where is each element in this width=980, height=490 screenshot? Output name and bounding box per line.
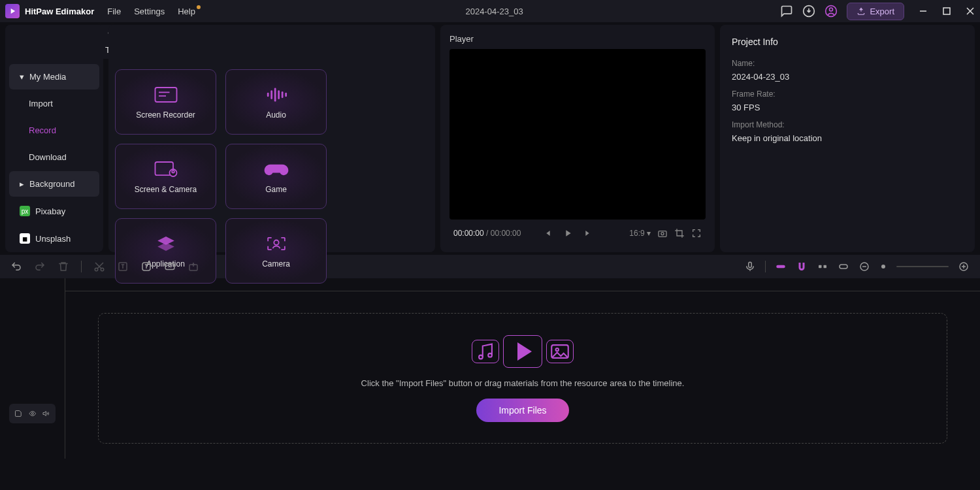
app-name: HitPaw Edimakor bbox=[25, 7, 94, 16]
zoom-slider[interactable] bbox=[896, 266, 949, 267]
timeline-track-head bbox=[0, 278, 65, 459]
export-button[interactable]: Export bbox=[847, 3, 904, 20]
crop-icon[interactable] bbox=[674, 228, 685, 238]
magnet-icon[interactable] bbox=[796, 261, 808, 272]
application-icon bbox=[152, 233, 180, 254]
menu-settings[interactable]: Settings bbox=[134, 7, 165, 16]
sidebar-unsplash[interactable]: ◼Unsplash bbox=[9, 225, 99, 252]
svg-rect-41 bbox=[824, 265, 827, 269]
record-grid: Screen Recorder Audio Screen & Camera Ga… bbox=[108, 25, 435, 252]
svg-point-49 bbox=[31, 413, 33, 415]
player-title: Player bbox=[449, 34, 706, 44]
cut-icon[interactable] bbox=[93, 261, 105, 272]
info-import-value: Keep in original location bbox=[732, 133, 963, 143]
sidebar-background[interactable]: ▸Background bbox=[9, 171, 99, 197]
import-files-button[interactable]: Import Files bbox=[476, 399, 568, 422]
feedback-icon[interactable] bbox=[780, 5, 793, 18]
ai-icon[interactable]: AI bbox=[164, 261, 176, 272]
sidebar-pixabay[interactable]: pxPixabay bbox=[9, 198, 99, 224]
card-game[interactable]: Game bbox=[225, 144, 327, 209]
fit-icon[interactable] bbox=[838, 261, 849, 272]
download-icon[interactable] bbox=[802, 5, 815, 18]
zoom-in-icon[interactable] bbox=[958, 261, 970, 272]
undo-icon[interactable] bbox=[10, 261, 22, 272]
svg-point-45 bbox=[881, 265, 885, 269]
delete-icon[interactable] bbox=[57, 261, 69, 272]
mute-icon[interactable] bbox=[42, 409, 50, 418]
card-application[interactable]: Application bbox=[115, 218, 216, 284]
svg-rect-16 bbox=[155, 88, 176, 102]
info-name-value: 2024-04-23_03 bbox=[732, 72, 963, 82]
next-frame-icon[interactable] bbox=[582, 228, 593, 238]
screen-recorder-icon bbox=[152, 84, 180, 105]
sidebar-record[interactable]: Record bbox=[9, 118, 99, 143]
export-label: Export bbox=[870, 7, 894, 16]
svg-rect-4 bbox=[943, 8, 950, 14]
timeline: Click the "Import Files" button or drag … bbox=[0, 278, 980, 459]
titlebar: HitPaw Edimakor File Settings Help 2024-… bbox=[0, 0, 980, 22]
card-audio[interactable]: Audio bbox=[225, 69, 327, 135]
svg-rect-40 bbox=[819, 265, 822, 269]
separator bbox=[765, 261, 766, 272]
zoom-reset-icon[interactable] bbox=[879, 261, 887, 272]
pixabay-icon: px bbox=[20, 206, 30, 216]
image-placeholder-icon bbox=[546, 340, 574, 363]
svg-point-2 bbox=[830, 8, 833, 11]
card-camera[interactable]: Camera bbox=[225, 218, 327, 284]
dropzone-hint: Click the "Import Files" button or drag … bbox=[361, 378, 685, 388]
visibility-icon[interactable] bbox=[29, 409, 37, 418]
snapshot-icon[interactable] bbox=[657, 228, 668, 238]
sidebar-my-media[interactable]: ▾My Media bbox=[9, 64, 99, 90]
player-panel: Player 00:00:00 / 00:00:00 16:9 ▾ bbox=[440, 25, 715, 252]
card-screen-recorder[interactable]: Screen Recorder bbox=[115, 69, 216, 135]
export-clip-icon[interactable] bbox=[188, 261, 199, 272]
fullscreen-icon[interactable] bbox=[691, 228, 702, 238]
chevron-down-icon: ▾ bbox=[20, 72, 24, 82]
info-heading: Project Info bbox=[732, 37, 963, 47]
separator bbox=[81, 261, 82, 272]
video-placeholder-icon bbox=[503, 335, 542, 368]
camera-icon bbox=[262, 233, 291, 254]
svg-point-53 bbox=[556, 348, 559, 351]
timecode: 00:00:00 / 00:00:00 bbox=[453, 229, 521, 238]
info-name-label: Name: bbox=[732, 59, 963, 68]
minimize-icon[interactable] bbox=[919, 7, 928, 16]
svg-point-28 bbox=[274, 240, 278, 245]
zoom-out-icon[interactable] bbox=[858, 261, 870, 272]
app-logo bbox=[5, 4, 20, 18]
info-fps-value: 30 FPS bbox=[732, 103, 963, 112]
timeline-dropzone[interactable]: Click the "Import Files" button or drag … bbox=[98, 313, 947, 444]
account-icon[interactable] bbox=[825, 5, 838, 18]
unsplash-icon: ◼ bbox=[20, 233, 30, 244]
card-screen-camera[interactable]: Screen & Camera bbox=[115, 144, 216, 209]
text-tool2-icon[interactable] bbox=[140, 261, 152, 272]
sidebar-import[interactable]: Import bbox=[9, 91, 99, 116]
svg-point-51 bbox=[488, 353, 492, 357]
close-icon[interactable] bbox=[966, 7, 975, 16]
chevron-right-icon: ▸ bbox=[20, 179, 24, 189]
info-import-label: Import Method: bbox=[732, 120, 963, 129]
menu-help[interactable]: Help bbox=[178, 7, 195, 16]
text-tool-icon[interactable] bbox=[117, 261, 129, 272]
link-icon[interactable] bbox=[775, 261, 787, 272]
redo-icon[interactable] bbox=[34, 261, 46, 272]
save-icon[interactable] bbox=[14, 409, 22, 418]
player-canvas[interactable] bbox=[449, 49, 706, 220]
game-icon bbox=[262, 159, 291, 180]
split-icon[interactable] bbox=[817, 261, 828, 272]
svg-rect-39 bbox=[776, 265, 785, 269]
play-icon[interactable] bbox=[563, 228, 573, 238]
info-fps-label: Frame Rate: bbox=[732, 90, 963, 99]
music-placeholder-icon bbox=[472, 340, 499, 363]
timeline-ruler[interactable] bbox=[65, 278, 980, 291]
sidebar: ▾My Media Import Record Download ▸Backgr… bbox=[5, 25, 103, 252]
maximize-icon[interactable] bbox=[942, 7, 951, 16]
sidebar-download[interactable]: Download bbox=[9, 144, 99, 170]
menu-file[interactable]: File bbox=[107, 7, 121, 16]
prev-frame-icon[interactable] bbox=[543, 228, 553, 238]
aspect-ratio[interactable]: 16:9 ▾ bbox=[629, 229, 651, 238]
audio-icon bbox=[262, 84, 291, 105]
mic-icon[interactable] bbox=[744, 261, 756, 272]
project-title: 2024-04-23_03 bbox=[208, 7, 781, 16]
svg-rect-42 bbox=[840, 265, 847, 269]
